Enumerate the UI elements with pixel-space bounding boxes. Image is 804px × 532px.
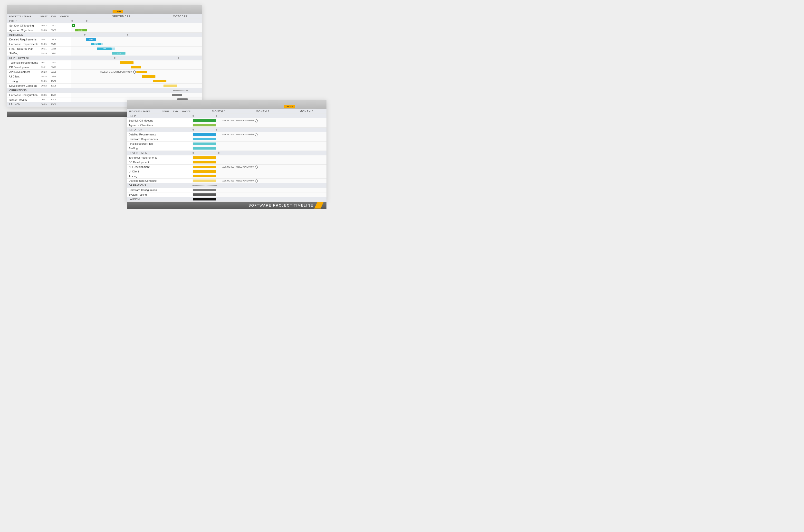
task-start: 09/25 <box>39 75 49 78</box>
gantt-bar[interactable] <box>193 119 216 122</box>
task-name: System Testing <box>127 193 161 196</box>
section-row: OPERATIONS <box>7 88 202 93</box>
range-dot-icon <box>218 152 220 154</box>
gantt-panel-template: TODAY PROJECTS + TASKS START END OWNER M… <box>127 100 326 202</box>
gantt-bar[interactable] <box>193 133 216 136</box>
timeline-header: MONTH 1 MONTH 2 MONTH 3 <box>192 109 326 114</box>
gantt-bar-ghost <box>101 43 103 45</box>
col-header-start: START <box>161 110 171 113</box>
task-name: UI Client <box>7 75 39 78</box>
gantt-bar[interactable] <box>131 66 141 69</box>
task-chart: TASK NOTES / MILESTONE 00/00 <box>192 118 326 123</box>
gantt-bar[interactable] <box>142 75 155 78</box>
task-start: 09/03 <box>39 29 49 32</box>
task-row: Hardware Configuration10/0510/07 <box>7 93 202 97</box>
task-end: 09/09 <box>49 38 58 41</box>
task-name: Set Kick-Off Meeting <box>7 24 39 27</box>
task-name: DEVELOPMENT <box>7 57 39 59</box>
gantt-bar[interactable] <box>193 156 216 159</box>
task-name: Testing <box>7 80 39 82</box>
task-chart <box>71 83 202 88</box>
task-end: 09/17 <box>49 52 58 55</box>
task-chart <box>71 65 202 70</box>
task-row: Development Complete10/0210/05 <box>7 83 202 88</box>
task-chart <box>192 183 326 188</box>
gantt-bar[interactable] <box>164 84 177 87</box>
task-name: DEVELOPMENT <box>127 152 161 154</box>
task-name: Staffing <box>127 147 161 150</box>
month-label: MONTH 3 <box>300 110 314 113</box>
task-chart <box>192 151 326 155</box>
task-end: 09/15 <box>49 48 58 50</box>
gantt-bar[interactable] <box>193 166 216 168</box>
gantt-bar[interactable] <box>193 198 216 201</box>
gantt-bar[interactable]: 100% <box>75 29 87 32</box>
task-row: Staffing <box>127 146 326 151</box>
gantt-bar[interactable]: 70% <box>97 48 112 50</box>
column-headers: PROJECTS + TASKS START END OWNER MONTH 1… <box>127 109 326 114</box>
gantt-bar[interactable] <box>193 189 216 191</box>
gantt-bar[interactable] <box>120 61 133 64</box>
gantt-bar[interactable]: 20% <box>112 52 126 55</box>
task-name: PREP <box>7 19 39 22</box>
gantt-bar[interactable] <box>193 175 216 177</box>
task-name: DB Development <box>7 66 39 69</box>
gantt-bar[interactable] <box>153 80 166 82</box>
month-label: SEPTEMBER <box>112 15 131 18</box>
month-label: MONTH 2 <box>256 110 270 113</box>
gantt-bar[interactable] <box>193 142 216 145</box>
gantt-bar[interactable]: 70% <box>91 43 101 45</box>
task-name: Set Kick-Off Meeting <box>127 119 161 122</box>
milestone-note: TASK NOTES / MILESTONE 00/00 <box>221 166 258 168</box>
task-row: Set Kick-Off MeetingTASK NOTES / MILESTO… <box>127 118 326 123</box>
gantt-bar[interactable] <box>136 71 147 73</box>
task-chart: 70% <box>71 42 202 46</box>
gantt-bar[interactable] <box>193 124 216 127</box>
range-dot-icon <box>216 129 217 131</box>
task-chart <box>71 74 202 79</box>
task-name: LAUNCH <box>127 198 161 201</box>
task-name: Agree on Objectives <box>127 124 161 127</box>
task-row: API DevelopmentTASK NOTES / MILESTONE 00… <box>127 165 326 169</box>
gantt-bar[interactable] <box>193 138 216 140</box>
task-start: 10/05 <box>39 94 49 96</box>
section-row: INITIATION <box>7 33 202 37</box>
task-end: 10/02 <box>49 80 58 82</box>
gantt-bar[interactable] <box>172 94 182 96</box>
task-name: Development Complete <box>127 179 161 182</box>
task-chart: 20% <box>71 51 202 56</box>
milestone-icon[interactable] <box>72 24 75 27</box>
task-chart: TASK NOTES / MILESTONE 00/00 <box>192 165 326 169</box>
task-row: Technical Requirements <box>127 155 326 160</box>
task-chart <box>192 128 326 132</box>
task-chart <box>71 23 202 28</box>
gantt-bar[interactable] <box>193 161 216 164</box>
task-row: Final Resource Plan <box>127 141 326 146</box>
gantt-bar[interactable] <box>193 170 216 173</box>
task-name: Hardware Configuration <box>7 94 39 96</box>
diamond-icon <box>133 70 136 74</box>
task-name: Hardware Configuration <box>127 189 161 191</box>
task-row: DB Development09/2109/23 <box>7 65 202 70</box>
task-row: Hardware Requirements <box>127 137 326 141</box>
gantt-bar[interactable] <box>193 179 216 182</box>
task-row: Testing <box>127 174 326 178</box>
task-name: INITIATION <box>127 128 161 131</box>
gantt-bar[interactable] <box>193 147 216 150</box>
gantt-bar[interactable] <box>193 193 216 196</box>
range-line <box>194 185 216 186</box>
task-end: 09/21 <box>49 61 58 64</box>
task-chart <box>71 79 202 83</box>
task-end: 09/23 <box>49 66 58 69</box>
task-chart <box>192 174 326 178</box>
task-start: 09/07 <box>39 38 49 41</box>
today-badge: TODAY <box>113 10 123 13</box>
section-row: PREP <box>127 114 326 118</box>
gantt-bar[interactable]: 100% <box>86 38 96 41</box>
milestone-note: TASK NOTES / MILESTONE 00/00 <box>221 119 258 122</box>
task-row: UI Client09/2509/29 <box>7 74 202 79</box>
section-row: DEVELOPMENT <box>7 56 202 60</box>
task-start: 09/29 <box>39 80 49 82</box>
task-row: Development CompleteTASK NOTES / MILESTO… <box>127 178 326 183</box>
range-line <box>194 153 218 153</box>
